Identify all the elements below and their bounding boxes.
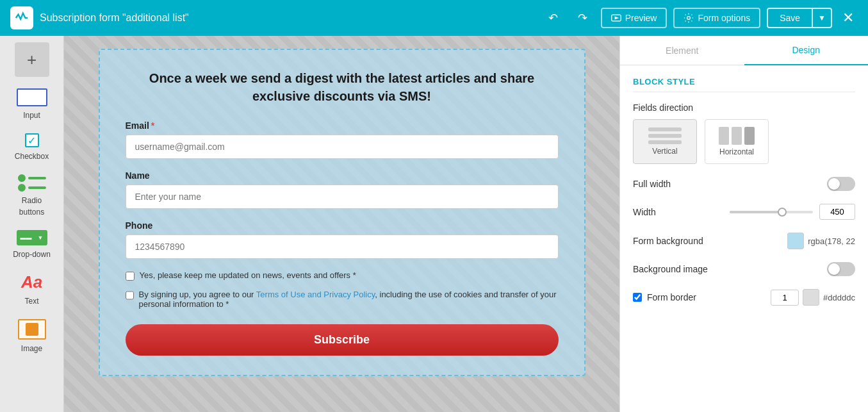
text-icon: Aa bbox=[9, 272, 55, 292]
topbar: Subscription form "additional list" ↶ ↷ … bbox=[0, 0, 868, 36]
checkbox2-row: By signing up, you agree to our Terms of… bbox=[126, 290, 559, 309]
name-label: Name bbox=[126, 170, 559, 181]
svg-marker-1 bbox=[614, 17, 618, 20]
border-color-swatch[interactable] bbox=[803, 289, 819, 306]
sidebar-item-checkbox[interactable]: ✓ Checkbox bbox=[6, 128, 58, 167]
redo-button[interactable]: ↷ bbox=[571, 6, 594, 29]
radio-icon bbox=[9, 174, 55, 192]
sidebar-item-input[interactable]: Input bbox=[6, 83, 58, 126]
width-input[interactable] bbox=[819, 204, 855, 220]
sidebar-item-checkbox-label: Checkbox bbox=[15, 152, 49, 161]
name-field-group: Name bbox=[126, 170, 559, 209]
width-row: Width bbox=[633, 204, 855, 220]
sidebar-item-text[interactable]: Aa Text bbox=[6, 267, 58, 311]
form-background-control: rgba(178, 22 bbox=[787, 233, 855, 249]
app-logo bbox=[10, 6, 33, 29]
background-image-toggle[interactable] bbox=[827, 262, 855, 276]
name-input[interactable] bbox=[126, 185, 559, 209]
sidebar-item-image[interactable]: Image bbox=[6, 314, 58, 359]
direction-vertical[interactable]: Vertical bbox=[633, 119, 697, 164]
sidebar-item-dropdown-label: Drop-down bbox=[13, 250, 51, 259]
width-slider-fill bbox=[730, 211, 780, 213]
input-icon bbox=[9, 88, 55, 106]
form-background-swatch[interactable] bbox=[787, 233, 804, 249]
phone-field-group: Phone bbox=[126, 220, 559, 259]
full-width-toggle-knob bbox=[828, 178, 840, 190]
direction-horizontal[interactable]: Horizontal bbox=[705, 119, 769, 164]
email-required-star: * bbox=[151, 120, 154, 131]
email-field-group: Email * bbox=[126, 120, 559, 159]
phone-label: Phone bbox=[126, 220, 559, 231]
width-slider-track[interactable] bbox=[730, 211, 813, 213]
add-element-button[interactable]: + bbox=[15, 42, 49, 77]
save-group: Save ▼ bbox=[767, 8, 832, 28]
full-width-row: Full width bbox=[633, 177, 855, 191]
sidebar-item-radio[interactable]: Radio buttons bbox=[6, 169, 58, 222]
tab-design[interactable]: Design bbox=[744, 36, 869, 65]
sidebar-item-dropdown[interactable]: ▬▬ ▼ Drop-down bbox=[6, 225, 58, 265]
subscribe-button[interactable]: Subscribe bbox=[126, 324, 559, 356]
terms-link[interactable]: Terms of Use and Privacy Policy bbox=[256, 290, 375, 299]
full-width-toggle[interactable] bbox=[827, 177, 855, 191]
border-value-group: #dddddc bbox=[771, 289, 855, 306]
checkbox-icon: ✓ bbox=[9, 133, 55, 147]
background-image-label: Background image bbox=[633, 264, 708, 274]
right-panel-content: BLOCK STYLE Fields direction Vertical bbox=[620, 65, 868, 412]
email-input[interactable] bbox=[126, 135, 559, 159]
fields-direction-row: Fields direction Vertical bbox=[633, 103, 855, 164]
phone-input[interactable] bbox=[126, 235, 559, 259]
page-title: Subscription form "additional list" bbox=[40, 12, 536, 24]
svg-point-2 bbox=[687, 17, 691, 20]
checkbox1[interactable] bbox=[126, 272, 135, 281]
close-button[interactable]: ✕ bbox=[839, 10, 858, 26]
vertical-lines-icon bbox=[648, 128, 682, 144]
checkbox2[interactable] bbox=[126, 291, 134, 300]
sidebar-item-radio-label: Radio buttons bbox=[19, 196, 44, 217]
form-background-row: Form background rgba(178, 22 bbox=[633, 233, 855, 249]
form-container: Once a week we send a digest with the la… bbox=[99, 49, 585, 376]
checkbox1-row: Yes, please keep me updated on news, eve… bbox=[126, 270, 559, 281]
checkbox2-label: By signing up, you agree to our Terms of… bbox=[139, 290, 559, 309]
form-background-value: rgba(178, 22 bbox=[808, 236, 855, 246]
border-control: Form border bbox=[633, 292, 696, 302]
tab-element[interactable]: Element bbox=[620, 36, 744, 65]
form-border-checkbox[interactable] bbox=[633, 293, 642, 302]
background-image-toggle-knob bbox=[828, 263, 840, 275]
form-background-label: Form background bbox=[633, 236, 703, 246]
width-label: Width bbox=[633, 207, 656, 217]
sidebar-item-image-label: Image bbox=[21, 344, 42, 353]
canvas-area[interactable]: Once a week we send a digest with the la… bbox=[64, 36, 619, 412]
checkbox1-label: Yes, please keep me updated on news, eve… bbox=[140, 270, 356, 280]
preview-button[interactable]: Preview bbox=[601, 8, 667, 28]
form-options-button[interactable]: Form options bbox=[673, 8, 760, 28]
block-style-title: BLOCK STYLE bbox=[633, 77, 855, 92]
main-area: + Input ✓ Checkbox Radio buttons bbox=[0, 36, 868, 412]
width-slider-thumb[interactable] bbox=[778, 208, 787, 217]
fields-direction-label: Fields direction bbox=[633, 103, 693, 113]
left-sidebar: + Input ✓ Checkbox Radio buttons bbox=[0, 36, 64, 412]
dropdown-icon: ▬▬ ▼ bbox=[9, 230, 55, 245]
form-headline: Once a week we send a digest with the la… bbox=[126, 69, 559, 105]
right-tabs: Element Design bbox=[620, 36, 868, 65]
undo-button[interactable]: ↶ bbox=[542, 6, 565, 29]
image-icon bbox=[9, 319, 55, 340]
sidebar-item-input-label: Input bbox=[23, 111, 40, 120]
save-dropdown-button[interactable]: ▼ bbox=[812, 8, 832, 28]
width-control bbox=[730, 204, 855, 220]
background-image-row: Background image bbox=[633, 262, 855, 276]
direction-options: Vertical Horizontal bbox=[633, 119, 769, 164]
form-border-label: Form border bbox=[647, 292, 696, 302]
sidebar-item-text-label: Text bbox=[24, 297, 38, 306]
border-size-input[interactable] bbox=[771, 290, 799, 306]
right-panel: Element Design BLOCK STYLE Fields direct… bbox=[619, 36, 868, 412]
save-button[interactable]: Save bbox=[767, 8, 812, 28]
border-color-value: #dddddc bbox=[823, 293, 855, 302]
horizontal-lines-icon bbox=[719, 127, 755, 145]
form-border-row: Form border #dddddc bbox=[633, 289, 855, 306]
email-label: Email * bbox=[126, 120, 559, 131]
full-width-label: Full width bbox=[633, 179, 671, 189]
